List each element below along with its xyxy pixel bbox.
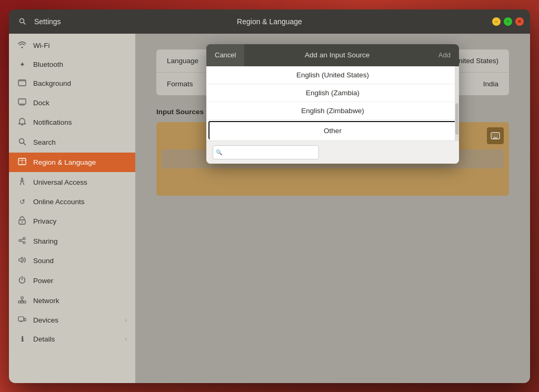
sidebar-item-notifications[interactable]: Notifications [9, 113, 135, 133]
sidebar-item-online-accounts[interactable]: ↺ Online Accounts [9, 193, 135, 211]
sidebar-label-search: Search [33, 138, 127, 146]
dock-icon [17, 98, 27, 107]
list-item-other[interactable]: Other [208, 121, 457, 139]
svg-point-11 [22, 178, 23, 179]
dialog-list-container: English (United States) English (Zambia)… [206, 66, 459, 141]
sidebar-item-network[interactable]: Network [9, 291, 135, 310]
dialog-overlay: Cancel Add an Input Source Add English (… [135, 34, 530, 383]
svg-marker-23 [19, 257, 22, 263]
sidebar-item-sharing[interactable]: Sharing [9, 232, 135, 251]
add-input-source-dialog: Cancel Add an Input Source Add English (… [206, 44, 459, 164]
dialog-scrollbar-thumb [455, 103, 458, 135]
svg-rect-32 [24, 318, 26, 321]
window-controls: – ○ ✕ [492, 17, 524, 26]
svg-line-7 [23, 143, 25, 145]
sharing-icon [17, 237, 27, 246]
svg-point-17 [22, 221, 23, 222]
dialog-search-input[interactable] [213, 145, 319, 159]
svg-rect-28 [21, 297, 23, 299]
power-icon [17, 276, 27, 286]
search-input-wrapper [213, 145, 453, 159]
devices-icon [17, 316, 27, 325]
list-item-en-zimbabwe[interactable]: English (Zimbabwe) [206, 102, 459, 120]
sidebar-item-devices[interactable]: Devices › [9, 310, 135, 330]
sidebar-label-bluetooth: Bluetooth [33, 61, 127, 68]
sidebar-label-online-accounts: Online Accounts [33, 198, 127, 206]
devices-chevron-icon: › [125, 317, 127, 323]
sidebar-item-details[interactable]: ℹ Details › [9, 330, 135, 348]
notifications-icon [17, 118, 27, 127]
close-button[interactable]: ✕ [515, 17, 524, 26]
sidebar-label-dock: Dock [33, 99, 127, 107]
svg-line-1 [24, 22, 26, 24]
search-sidebar-icon [17, 138, 27, 147]
svg-point-19 [23, 237, 25, 239]
details-icon: ℹ [17, 335, 27, 343]
sidebar-label-wifi: Wi-Fi [33, 42, 127, 49]
settings-window: Settings Region & Language – ○ ✕ Wi-Fi [9, 9, 530, 383]
dialog-list: English (United States) English (Zambia)… [206, 66, 459, 141]
sidebar-label-details: Details [33, 335, 118, 343]
dialog-cancel-button[interactable]: Cancel [206, 44, 244, 66]
details-chevron-icon: › [125, 336, 127, 342]
sidebar-label-devices: Devices [33, 316, 118, 324]
sidebar-item-background[interactable]: Background [9, 74, 135, 93]
svg-rect-4 [18, 99, 26, 104]
privacy-icon [17, 216, 27, 226]
background-icon [17, 79, 27, 88]
region-language-icon [17, 158, 27, 167]
sidebar: Wi-Fi ✦ Bluetooth Background [9, 34, 135, 383]
sidebar-item-privacy[interactable]: Privacy [9, 211, 135, 232]
list-item-en-zambia[interactable]: English (Zambia) [206, 84, 459, 102]
content-panel: Language English (United States) Formats… [135, 34, 530, 383]
main-content: Wi-Fi ✦ Bluetooth Background [9, 34, 530, 383]
dialog-title: Add an Input Source [244, 51, 430, 59]
bluetooth-icon: ✦ [17, 61, 27, 68]
maximize-button[interactable]: ○ [504, 17, 512, 26]
svg-line-21 [21, 239, 23, 240]
list-item-en-us[interactable]: English (United States) [206, 66, 459, 84]
svg-line-14 [21, 183, 22, 185]
sidebar-label-background: Background [33, 79, 127, 87]
sidebar-label-sharing: Sharing [33, 237, 127, 245]
sidebar-item-dock[interactable]: Dock [9, 93, 135, 113]
titlebar-search-icon[interactable] [15, 14, 30, 29]
titlebar-left: Settings [15, 14, 61, 29]
sidebar-item-search[interactable]: Search [9, 133, 135, 153]
universal-access-icon [17, 177, 27, 187]
dialog-header: Cancel Add an Input Source Add [206, 44, 459, 66]
sidebar-label-universal-access: Universal Access [33, 178, 127, 186]
svg-rect-31 [18, 317, 24, 321]
sidebar-item-region-language[interactable]: Region & Language [9, 153, 135, 172]
sidebar-title: Settings [34, 17, 61, 26]
network-icon [17, 296, 27, 305]
sidebar-item-sound[interactable]: Sound [9, 251, 135, 270]
svg-point-18 [19, 239, 21, 242]
sound-icon [17, 256, 27, 265]
dialog-scrollbar[interactable] [455, 66, 459, 141]
sidebar-label-privacy: Privacy [33, 217, 127, 225]
sidebar-label-sound: Sound [33, 257, 127, 265]
svg-line-15 [23, 183, 24, 185]
wifi-icon [17, 41, 27, 50]
sidebar-label-region-language: Region & Language [33, 158, 127, 166]
online-accounts-icon: ↺ [17, 198, 27, 206]
dialog-add-button[interactable]: Add [430, 44, 459, 66]
window-title: Region & Language [237, 17, 302, 26]
sidebar-label-power: Power [33, 277, 127, 285]
svg-line-22 [21, 241, 23, 242]
sidebar-item-bluetooth[interactable]: ✦ Bluetooth [9, 55, 135, 74]
sidebar-label-network: Network [33, 297, 127, 305]
sidebar-item-wifi[interactable]: Wi-Fi [9, 36, 135, 55]
sidebar-item-universal-access[interactable]: Universal Access [9, 172, 135, 193]
sidebar-label-notifications: Notifications [33, 118, 127, 126]
minimize-button[interactable]: – [492, 17, 501, 26]
svg-point-20 [23, 242, 25, 244]
svg-rect-3 [18, 80, 26, 82]
titlebar: Settings Region & Language – ○ ✕ [9, 9, 530, 34]
dialog-search-bar [206, 141, 459, 164]
svg-rect-5 [19, 105, 25, 106]
sidebar-item-power[interactable]: Power [9, 270, 135, 291]
